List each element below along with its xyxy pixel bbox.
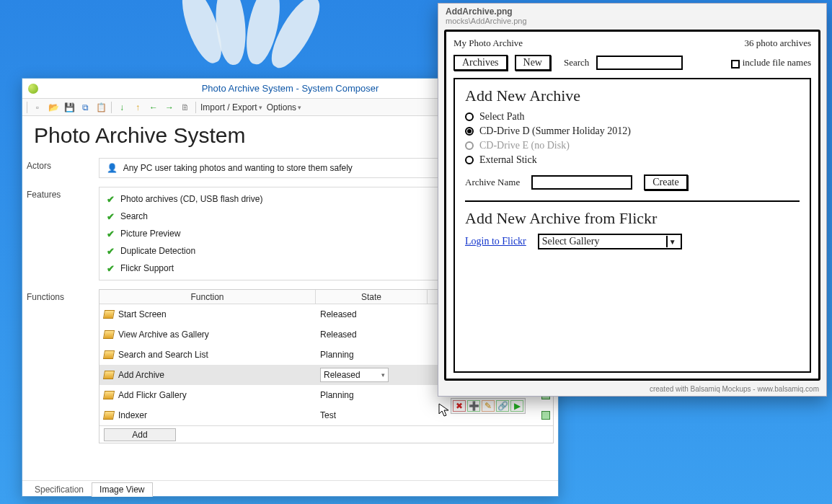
search-input[interactable] (596, 56, 683, 70)
col-header-function[interactable]: Function (99, 290, 316, 304)
function-name: View Archive as Gallery (118, 330, 209, 340)
mock-credit: created with Balsamiq Mockups - www.bals… (438, 384, 826, 396)
bottom-tabs: Specification Image View (22, 480, 558, 496)
select-gallery[interactable]: Select Gallery ▼ (538, 234, 682, 249)
user-icon: 👤 (107, 163, 117, 173)
action-edit-icon[interactable]: ✎ (482, 400, 495, 412)
state-value: Planning (320, 350, 354, 360)
feature-text: Duplicate Detection (120, 246, 195, 256)
arrow-left-icon[interactable]: ← (148, 102, 159, 113)
state-value: Released (320, 330, 357, 340)
mockup-window: AddArchive.png mocks\AddArchive.png My P… (438, 3, 827, 397)
save-icon[interactable]: 💾 (63, 102, 75, 113)
chevron-down-icon: ▼ (666, 236, 678, 247)
search-label: Search (564, 57, 589, 68)
mockup-file-title: AddArchive.png (446, 6, 819, 17)
radio-external[interactable]: External Stick (465, 154, 800, 166)
function-name: Start Screen (118, 309, 167, 319)
mock-header-right: 36 photo archives (745, 37, 811, 49)
state-combo[interactable]: Released▾ (320, 368, 389, 382)
include-label: include file names (743, 57, 811, 68)
action-link-icon[interactable]: 🔗 (496, 400, 509, 412)
col-header-state[interactable]: State (316, 290, 428, 304)
link-button[interactable] (541, 411, 550, 420)
toolbar-separator (27, 102, 27, 113)
heading-add-flickr: Add New Archive from Flickr (465, 209, 800, 228)
check-icon: ✔ (107, 194, 115, 205)
mockup-file-path: mocks\AddArchive.png (446, 17, 819, 25)
check-icon: ✔ (107, 211, 115, 222)
function-name: Indexer (118, 410, 147, 420)
tab-specification[interactable]: Specification (27, 482, 92, 497)
new-button[interactable]: New (515, 55, 551, 71)
radio-cd-e: CD-Drive E (no Disk) (465, 140, 800, 151)
section-label-actors: Actors (27, 158, 99, 171)
radio-cd-d[interactable]: CD-Drive D (Summer Holiday 2012) (465, 125, 800, 137)
state-value: Planning (320, 390, 354, 400)
toolbar-separator (195, 102, 196, 113)
feature-text: Flickr Support (120, 263, 174, 273)
select-gallery-value: Select Gallery (542, 236, 600, 247)
arrow-up-icon[interactable]: ↑ (132, 102, 143, 113)
action-open-icon[interactable]: ▶ (510, 400, 523, 412)
mock-header-left: My Photo Archive (453, 37, 523, 49)
state-value: Released (324, 370, 360, 380)
section-label-features: Features (27, 187, 99, 200)
state-value: Test (320, 410, 336, 420)
check-icon: ✔ (107, 263, 115, 274)
function-name: Add Flickr Gallery (118, 390, 187, 400)
check-icon: ✔ (107, 229, 115, 239)
dropdown-icon[interactable]: ▾ (259, 104, 262, 111)
menu-import-export[interactable]: Import / Export (200, 102, 257, 112)
function-icon (103, 350, 115, 359)
tab-image-view[interactable]: Image View (92, 482, 152, 497)
create-button[interactable]: Create (644, 174, 688, 190)
copy-icon[interactable]: ⧉ (79, 102, 91, 113)
check-icon: ✔ (107, 246, 115, 257)
login-flickr-link[interactable]: Login to Flickr (465, 236, 526, 247)
function-icon (103, 391, 115, 399)
grid-footer: Add (99, 425, 553, 443)
function-icon (103, 310, 115, 319)
actors-text: Any PC user taking photos and wanting to… (123, 163, 353, 173)
action-add-icon[interactable]: ➕ (467, 400, 480, 412)
doc-icon[interactable]: 🗎 (180, 102, 191, 113)
function-name: Add Archive (118, 370, 164, 380)
arrow-right-icon[interactable]: → (164, 102, 175, 113)
divider (465, 200, 800, 202)
mock-inner: Add New Archive Select Path CD-Drive D (… (453, 78, 811, 373)
function-name: Search and Search List (118, 350, 208, 360)
open-icon[interactable]: 📂 (48, 102, 59, 113)
heading-add-archive: Add New Archive (465, 87, 800, 105)
include-checkbox[interactable] (731, 60, 740, 68)
state-value: Released (320, 309, 357, 319)
archive-name-label: Archive Name (465, 177, 520, 188)
function-icon (103, 330, 115, 339)
feature-text: Picture Preview (120, 229, 180, 239)
toolbar-separator (111, 102, 112, 113)
action-delete-icon[interactable]: ✖ (453, 400, 466, 412)
radio-select-path[interactable]: Select Path (465, 111, 800, 123)
feature-text: Photo archives (CD, USB flash drive) (120, 194, 262, 204)
archive-name-input[interactable] (531, 175, 632, 190)
mockup-canvas: My Photo Archive 36 photo archives Archi… (444, 30, 820, 381)
section-label-functions: Functions (27, 289, 99, 302)
new-icon[interactable]: ▫ (32, 102, 43, 113)
dropdown-icon[interactable]: ▾ (298, 104, 301, 111)
menu-options[interactable]: Options (267, 102, 296, 112)
paste-icon[interactable]: 📋 (95, 102, 107, 113)
app-icon (28, 84, 38, 94)
add-button[interactable]: Add (104, 428, 176, 441)
arrow-down-icon[interactable]: ↓ (116, 102, 128, 113)
function-icon (103, 411, 115, 420)
chevron-down-icon: ▾ (381, 371, 385, 379)
row-action-strip: ✖ ➕ ✎ 🔗 ▶ (451, 398, 526, 414)
archives-button[interactable]: Archives (453, 55, 508, 71)
function-icon (103, 371, 115, 379)
feature-text: Search (120, 211, 148, 221)
